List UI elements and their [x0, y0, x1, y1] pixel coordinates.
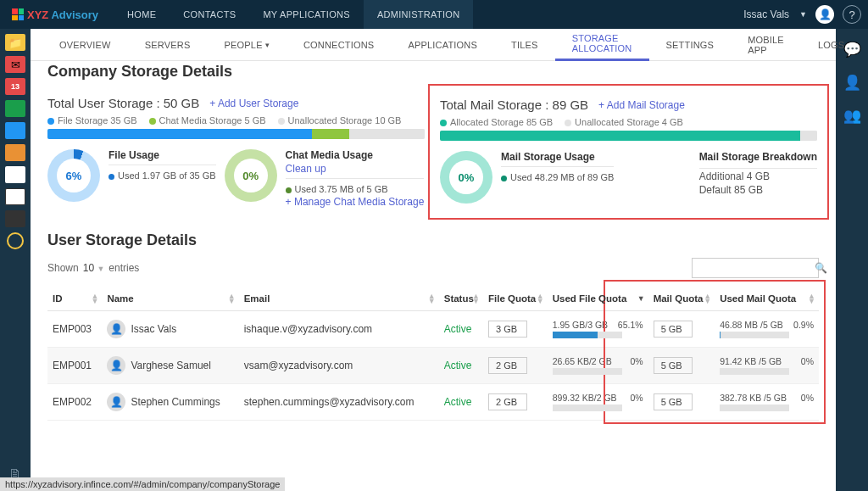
- user-menu[interactable]: Issac Vals ▼ 👤 ?: [743, 5, 861, 24]
- nav-contacts[interactable]: CONTACTS: [170, 0, 249, 29]
- tab-mobile-app[interactable]: MOBILE APP: [731, 29, 801, 61]
- file-usage-title: File Usage: [108, 149, 216, 161]
- cell-file-quota: 2 GB: [483, 348, 548, 384]
- top-header: XYZ Advisory HOME CONTACTS MY APPLICATIO…: [0, 0, 868, 29]
- cell-file-quota: 2 GB: [483, 384, 548, 421]
- folder-icon[interactable]: 📁: [5, 34, 25, 51]
- col-status[interactable]: Status▲▼: [439, 287, 483, 311]
- app-black-icon[interactable]: [5, 210, 25, 227]
- chevron-down-icon: ▼: [799, 10, 807, 19]
- app-green-icon[interactable]: [5, 100, 25, 117]
- search-input[interactable]: [698, 263, 815, 273]
- mail-quota-bar: [720, 332, 789, 338]
- mail-icon[interactable]: ✉: [5, 56, 25, 73]
- avatar: 👤: [815, 5, 834, 24]
- app-blue-icon[interactable]: [5, 122, 25, 139]
- cell-used-mail: 382.78 KB /5 GB0%: [715, 384, 819, 421]
- mail-usage-title: Mail Storage Usage: [501, 151, 614, 163]
- cell-used-mail: 46.88 MB /5 GB0.9%: [715, 311, 819, 348]
- logo[interactable]: XYZ Advisory: [7, 8, 103, 21]
- chevron-down-icon: ▾: [265, 41, 270, 49]
- nav-my-applications[interactable]: MY APPLICATIONS: [249, 0, 364, 29]
- search-box[interactable]: 🔍: [692, 258, 819, 278]
- file-quota-bar: [553, 405, 622, 411]
- tab-connections[interactable]: CONNECTIONS: [287, 29, 391, 61]
- cell-id: EMP003: [47, 311, 102, 348]
- table-row[interactable]: EMP002 👤Stephen Cummings stephen.cumming…: [47, 384, 819, 421]
- cell-email: vsam@xyzadvisory.com: [239, 348, 439, 384]
- mail-quota-bar: [720, 368, 789, 375]
- col-mail-quota[interactable]: Mail Quota▲▼: [648, 287, 715, 311]
- mail-storage-legend: Allocated Storage 85 GB Unallocated Stor…: [440, 117, 817, 127]
- calendar-icon[interactable]: 13: [5, 78, 25, 95]
- search-icon[interactable]: 🔍: [815, 262, 827, 274]
- app-orange-icon[interactable]: [5, 144, 25, 161]
- table-row[interactable]: EMP003 👤Issac Vals ishaque.v@xyzadvisory…: [47, 311, 819, 348]
- mail-quota-input[interactable]: 5 GB: [654, 321, 693, 338]
- mail-usage-line: Used 48.29 MB of 89 GB: [501, 172, 614, 182]
- cell-mail-quota: 5 GB: [648, 384, 715, 421]
- col-used-file[interactable]: Used File Quota▼: [548, 287, 648, 311]
- file-quota-input[interactable]: 3 GB: [488, 321, 527, 338]
- add-mail-storage-link[interactable]: + Add Mail Storage: [598, 99, 685, 111]
- cell-file-quota: 3 GB: [483, 311, 548, 348]
- col-name[interactable]: Name▲▼: [102, 287, 238, 311]
- tab-settings[interactable]: SETTINGS: [649, 29, 732, 61]
- mail-storage-panel: Total Mail Storage : 89 GB + Add Mail St…: [428, 84, 829, 220]
- file-quota-input[interactable]: 2 GB: [488, 393, 527, 410]
- cleanup-link[interactable]: Clean up: [286, 163, 425, 175]
- nav-home[interactable]: HOME: [114, 0, 170, 29]
- tab-overview[interactable]: OVERVIEW: [42, 29, 128, 61]
- company-storage-title: Company Storage Details: [47, 63, 819, 81]
- manage-chat-storage-link[interactable]: + Manage Chat Media Storage: [286, 196, 425, 208]
- col-id[interactable]: ID▲▼: [47, 287, 102, 311]
- cell-id: EMP002: [47, 384, 102, 421]
- cell-status: Active: [439, 384, 483, 421]
- tab-storage-allocation[interactable]: STORAGE ALLOCATION: [555, 29, 649, 61]
- user-storage-bar: [47, 129, 425, 139]
- cell-mail-quota: 5 GB: [648, 311, 715, 348]
- person-icon[interactable]: 👤: [843, 74, 861, 92]
- help-icon[interactable]: ?: [843, 5, 861, 24]
- logo-text: XYZ Advisory: [27, 8, 98, 21]
- cell-used-file: 1.95 GB/3 GB65.1%: [548, 311, 648, 348]
- group-icon[interactable]: 👥: [843, 107, 861, 125]
- mail-quota-input[interactable]: 5 GB: [654, 393, 693, 410]
- tab-tiles[interactable]: TILES: [494, 29, 555, 61]
- cell-used-file: 26.65 KB/2 GB0%: [548, 348, 648, 384]
- content: Company Storage Details Total User Stora…: [31, 61, 836, 491]
- tab-applications[interactable]: APPLICATIONS: [391, 29, 494, 61]
- cell-name: 👤Issac Vals: [102, 311, 238, 348]
- app-grey-icon[interactable]: [5, 188, 25, 205]
- entries-select[interactable]: 10 ▼: [83, 262, 105, 274]
- cell-email: stephen.cummings@xyzadvisory.com: [239, 384, 439, 421]
- col-file-quota[interactable]: File Quota▲▼: [483, 287, 548, 311]
- app-white-icon[interactable]: [5, 166, 25, 183]
- file-usage-line: Used 1.97 GB of 35 GB: [108, 170, 216, 181]
- col-used-mail[interactable]: Used Mail Quota▲▼: [715, 287, 819, 311]
- chat-usage-line: Used 3.75 MB of 5 GB: [286, 184, 425, 194]
- chat-usage-donut: 0%: [225, 149, 277, 202]
- file-usage-donut: 6%: [47, 149, 100, 202]
- mail-quota-input[interactable]: 5 GB: [654, 357, 693, 374]
- nav-administration[interactable]: ADMINISTRATION: [364, 0, 474, 29]
- col-email[interactable]: Email▲▼: [239, 287, 439, 311]
- tab-servers[interactable]: SERVERS: [128, 29, 208, 61]
- user-storage-legend: File Storage 35 GB Chat Media Storage 5 …: [47, 115, 425, 126]
- user-storage-details-title: User Storage Details: [47, 232, 819, 249]
- table-row[interactable]: EMP001 👤Varghese Samuel vsam@xyzadvisory…: [47, 348, 819, 384]
- mail-quota-bar: [720, 405, 789, 411]
- chat-usage-title: Chat Media Usage: [286, 149, 425, 161]
- tab-logs[interactable]: LOGS: [801, 29, 861, 61]
- entries-label: entries: [108, 262, 139, 274]
- add-user-storage-link[interactable]: + Add User Storage: [209, 98, 298, 109]
- logo-icon: [12, 8, 24, 20]
- mail-usage-donut: 0%: [440, 151, 492, 204]
- app-circle-icon[interactable]: [7, 232, 24, 249]
- file-quota-input[interactable]: 2 GB: [488, 357, 527, 374]
- avatar: 👤: [107, 393, 125, 411]
- file-quota-bar: [553, 368, 622, 375]
- cell-used-mail: 91.42 KB /5 GB0%: [715, 348, 819, 384]
- tab-people[interactable]: PEOPLE▾: [207, 29, 286, 61]
- file-quota-bar: [553, 332, 622, 338]
